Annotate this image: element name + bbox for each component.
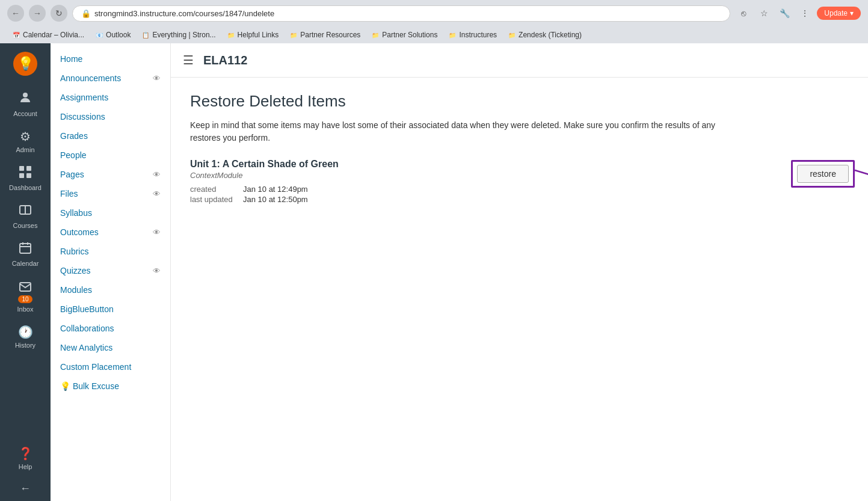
custom-placement-link: Custom Placement <box>60 362 131 372</box>
bookmark-everything-icon: 📋 <box>141 31 150 39</box>
sidebar-item-inbox[interactable]: 10 Inbox <box>0 273 51 319</box>
course-sidebar: Home Announcements 👁 Assignments Discuss… <box>51 43 171 501</box>
dashboard-icon <box>19 165 32 182</box>
restore-heading: Restore Deleted Items <box>190 92 849 111</box>
sidebar-item-account[interactable]: Account <box>0 84 51 123</box>
collapse-nav-button[interactable]: ← <box>20 476 31 501</box>
svg-rect-3 <box>19 173 24 178</box>
bookmark-button[interactable]: ☆ <box>756 5 772 22</box>
pages-visibility-icon[interactable]: 👁 <box>153 170 161 179</box>
grades-link: Grades <box>60 131 88 141</box>
browser-chrome: ← → ↻ 🔒 strongmind3.instructure.com/cour… <box>0 0 868 43</box>
account-label: Account <box>13 110 37 117</box>
restore-button[interactable]: restore <box>797 165 849 183</box>
extensions-button[interactable]: 🔧 <box>776 5 793 22</box>
more-button[interactable]: ⋮ <box>796 5 813 22</box>
sidebar-item-quizzes[interactable]: Quizzes 👁 <box>51 261 170 280</box>
outcomes-link: Outcomes <box>60 227 99 237</box>
forward-button[interactable]: → <box>29 5 46 22</box>
browser-actions: ⎋ ☆ 🔧 ⋮ Update ▾ <box>735 5 861 22</box>
bookmark-partner-resources[interactable]: 📁 Partner Resources <box>285 29 365 41</box>
rubrics-link: Rubrics <box>60 247 88 256</box>
bookmark-outlook-label: Outlook <box>106 31 131 39</box>
sidebar-item-pages[interactable]: Pages 👁 <box>51 165 170 184</box>
bookmark-outlook-icon: 📧 <box>95 31 103 39</box>
bookmark-zendesk[interactable]: 📁 Zendesk (Ticketing) <box>503 29 586 41</box>
bookmark-outlook[interactable]: 📧 Outlook <box>90 29 135 41</box>
sidebar-item-custom-placement[interactable]: Custom Placement <box>51 357 170 377</box>
sidebar-item-rubrics[interactable]: Rubrics <box>51 242 170 261</box>
deleted-item-card: Unit 1: A Certain Shade of Green Context… <box>190 159 849 205</box>
bookmark-partner-solutions[interactable]: 📁 Partner Solutions <box>366 29 442 41</box>
created-row: created Jan 10 at 12:49pm <box>190 185 785 194</box>
page-title: ELA112 <box>203 54 247 67</box>
app-container: 💡 Account ⚙ Admin <box>0 43 868 501</box>
inbox-badge: 10 <box>18 295 32 303</box>
app-logo[interactable]: 💡 <box>13 43 37 84</box>
sidebar-item-outcomes[interactable]: Outcomes 👁 <box>51 223 170 242</box>
sidebar-item-courses[interactable]: Courses <box>0 197 51 235</box>
sidebar-item-syllabus[interactable]: Syllabus <box>51 203 170 223</box>
people-link: People <box>60 150 87 160</box>
share-button[interactable]: ⎋ <box>735 5 752 22</box>
sidebar-item-home[interactable]: Home <box>51 49 170 69</box>
announcements-visibility-icon[interactable]: 👁 <box>153 74 161 83</box>
created-value: Jan 10 at 12:49pm <box>243 185 308 194</box>
files-visibility-icon[interactable]: 👁 <box>153 189 161 198</box>
hamburger-button[interactable]: ☰ <box>183 53 194 67</box>
discussions-link: Discussions <box>60 112 105 121</box>
bookmark-calendar[interactable]: 📅 Calendar – Olivia... <box>7 29 89 41</box>
sidebar-item-grades[interactable]: Grades <box>51 126 170 146</box>
calendar-label: Calendar <box>12 260 39 267</box>
svg-rect-4 <box>26 173 31 178</box>
inbox-label: Inbox <box>17 306 34 313</box>
admin-label: Admin <box>16 146 34 153</box>
outcomes-visibility-icon[interactable]: 👁 <box>153 228 161 237</box>
global-nav: 💡 Account ⚙ Admin <box>0 43 51 501</box>
svg-point-0 <box>23 93 28 97</box>
update-chevron: ▾ <box>850 9 854 17</box>
sidebar-item-calendar[interactable]: Calendar <box>0 235 51 273</box>
bookmark-zendesk-icon: 📁 <box>508 31 516 39</box>
bookmark-partner-res-label: Partner Resources <box>300 31 360 39</box>
files-link: Files <box>60 189 78 198</box>
bookmark-instructures-label: Instructures <box>459 31 497 39</box>
admin-icon: ⚙ <box>20 129 31 144</box>
bookmark-helpful-links[interactable]: 📁 Helpful Links <box>222 29 284 41</box>
courses-label: Courses <box>13 222 38 229</box>
sidebar-item-dashboard[interactable]: Dashboard <box>0 159 51 197</box>
sidebar-item-bulk-excuse[interactable]: 💡 Bulk Excuse <box>51 377 170 396</box>
url-bar[interactable]: 🔒 strongmind3.instructure.com/courses/18… <box>72 5 730 22</box>
quizzes-visibility-icon[interactable]: 👁 <box>153 266 161 275</box>
update-button[interactable]: Update ▾ <box>817 7 861 20</box>
refresh-button[interactable]: ↻ <box>51 5 67 22</box>
url-text: strongmind3.instructure.com/courses/1847… <box>94 9 721 18</box>
main-content: ☰ ELA112 Restore Deleted Items Keep in m… <box>171 43 868 501</box>
last-updated-label: last updated <box>190 195 238 204</box>
syllabus-link: Syllabus <box>60 208 92 218</box>
sidebar-item-discussions[interactable]: Discussions <box>51 107 170 126</box>
back-button[interactable]: ← <box>7 5 24 22</box>
sidebar-item-help[interactable]: ❓ Help <box>0 440 51 476</box>
bulb-icon: 💡 <box>17 56 34 72</box>
sidebar-item-admin[interactable]: ⚙ Admin <box>0 123 51 159</box>
annotation-arrow <box>855 174 868 210</box>
sidebar-item-assignments[interactable]: Assignments <box>51 88 170 107</box>
sidebar-item-files[interactable]: Files 👁 <box>51 184 170 203</box>
sidebar-item-new-analytics[interactable]: New Analytics <box>51 338 170 357</box>
sidebar-item-bigbluebutton[interactable]: BigBlueButton <box>51 300 170 319</box>
bookmark-everything[interactable]: 📋 Everything | Stron... <box>137 29 220 41</box>
sidebar-item-collaborations[interactable]: Collaborations <box>51 319 170 338</box>
bookmark-partner-sol-label: Partner Solutions <box>382 31 437 39</box>
bookmarks-bar: 📅 Calendar – Olivia... 📧 Outlook 📋 Every… <box>7 26 861 43</box>
sidebar-item-announcements[interactable]: Announcements 👁 <box>51 69 170 88</box>
sidebar-item-history[interactable]: 🕐 History <box>0 319 51 355</box>
sidebar-item-modules[interactable]: Modules <box>51 280 170 300</box>
restore-description: Keep in mind that some items may have lo… <box>190 119 731 144</box>
bookmark-instructures[interactable]: 📁 Instructures <box>443 29 502 41</box>
page-header: ☰ ELA112 <box>171 43 868 78</box>
bookmark-calendar-icon: 📅 <box>12 31 20 39</box>
update-label: Update <box>824 9 848 17</box>
svg-rect-7 <box>20 244 31 253</box>
sidebar-item-people[interactable]: People <box>51 146 170 165</box>
